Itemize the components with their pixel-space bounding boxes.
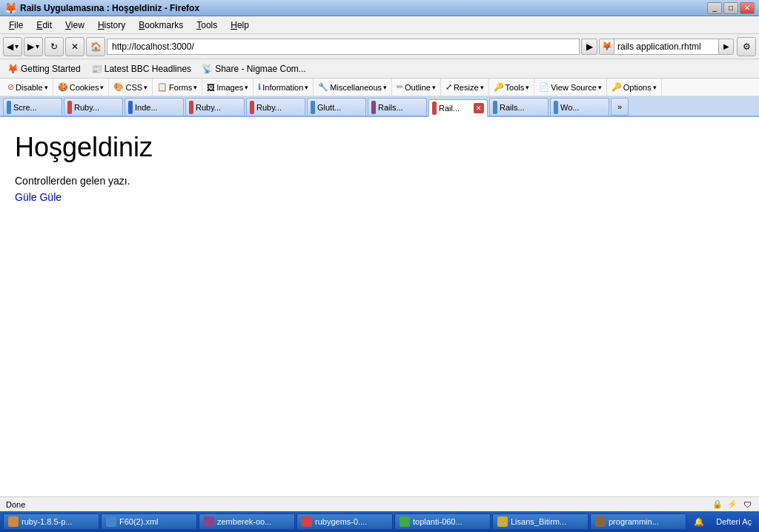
tab-color-strip xyxy=(432,102,437,115)
tab-color-strip xyxy=(128,101,133,114)
taskbar-tray-defteri[interactable]: Defteri Aç xyxy=(712,513,756,530)
wd-options-icon: 🔑 xyxy=(611,82,622,92)
wd-forms[interactable]: 📋 Forms▾ xyxy=(153,79,202,96)
reload-button[interactable]: ↻ xyxy=(44,37,64,56)
back-dropdown-icon: ▾ xyxy=(15,42,19,50)
wd-css[interactable]: 🎨 CSS▾ xyxy=(109,79,153,96)
wd-disable[interactable]: ⊘ Disable▾ xyxy=(3,79,53,96)
wd-resize[interactable]: ⤢ Resize▾ xyxy=(441,79,489,96)
taskbar-item-f60[interactable]: F60(2).xml xyxy=(101,513,197,530)
search-button[interactable]: ▶ xyxy=(718,39,733,55)
nav-bar: ◀ ▾ ▶ ▾ ↻ ✕ 🏠 ▶ 🦊 ▶ ⚙ xyxy=(0,34,759,59)
tab-label: Rails... xyxy=(500,103,545,112)
wd-information-icon: ℹ xyxy=(258,82,261,92)
tab-ruby1[interactable]: Ruby... xyxy=(64,98,123,116)
tab-rails2[interactable]: Rails... xyxy=(489,98,548,116)
taskbar-item-lisans[interactable]: Lisans_Bitirm... xyxy=(492,513,589,530)
wd-images-icon: 🖼 xyxy=(207,83,215,92)
maximize-button[interactable]: □ xyxy=(723,2,738,14)
gear-icon: ⚙ xyxy=(743,41,751,52)
tab-color-strip xyxy=(554,101,558,114)
page-link[interactable]: Güle Güle xyxy=(15,191,62,203)
status-text: Done xyxy=(6,500,25,509)
stop-icon: ✕ xyxy=(71,41,79,52)
wd-cookies[interactable]: 🍪 Cookies▾ xyxy=(53,79,110,96)
bookmarks-bar: 🦊 Getting Started 📰 Latest BBC Headlines… xyxy=(0,59,759,79)
taskbar-item-toplanti[interactable]: toplanti-060... xyxy=(394,513,491,530)
menu-help[interactable]: Help xyxy=(225,19,255,32)
tab-color-strip xyxy=(311,101,315,114)
go-button[interactable]: ▶ xyxy=(581,39,597,55)
taskbar-item-icon xyxy=(106,516,116,527)
taskbar-item-label: zemberek-oo... xyxy=(217,517,271,526)
tab-wo[interactable]: Wo... xyxy=(550,98,609,116)
forward-button[interactable]: ▶ ▾ xyxy=(24,37,43,56)
bookmark-bbc[interactable]: 📰 Latest BBC Headlines xyxy=(87,62,196,76)
wd-outline[interactable]: ✏ Outline▾ xyxy=(392,79,441,96)
tab-rail-active[interactable]: Rail... ✕ xyxy=(428,99,488,117)
bookmark-getting-started[interactable]: 🦊 Getting Started xyxy=(3,62,85,76)
menu-file[interactable]: File xyxy=(3,19,29,32)
search-wrap: 🦊 ▶ xyxy=(599,39,734,55)
menu-tools[interactable]: Tools xyxy=(190,19,223,32)
stop-button[interactable]: ✕ xyxy=(65,37,84,56)
settings-button[interactable]: ⚙ xyxy=(737,37,756,56)
address-input[interactable] xyxy=(107,39,580,55)
menu-view[interactable]: View xyxy=(59,19,90,32)
taskbar-item-icon xyxy=(400,516,410,527)
wd-options[interactable]: 🔑 Options▾ xyxy=(607,79,662,96)
tab-rails1[interactable]: Rails... xyxy=(368,98,427,116)
taskbar-item-ruby[interactable]: ruby-1.8.5-p... xyxy=(3,513,99,530)
tab-color-strip xyxy=(189,101,193,114)
menu-bar: File Edit View History Bookmarks Tools H… xyxy=(0,16,759,34)
wd-miscellaneous[interactable]: 🔧 Miscellaneous▾ xyxy=(314,79,392,96)
wd-view-source[interactable]: 📄 View Source▾ xyxy=(534,79,607,96)
minimize-button[interactable]: _ xyxy=(707,2,722,14)
wd-information[interactable]: ℹ Information▾ xyxy=(253,79,314,96)
close-button[interactable]: ✕ xyxy=(740,2,755,14)
browser-window: 🦊 Rails Uygulamasına : Hoşgeldiniz - Fir… xyxy=(0,0,759,532)
taskbar-item-label: F60(2).xml xyxy=(119,517,159,526)
wd-images[interactable]: 🖼 Images▾ xyxy=(202,79,253,96)
tab-label: Rail... xyxy=(439,104,471,113)
menu-history[interactable]: History xyxy=(92,19,131,32)
taskbar-item-label: ruby-1.8.5-p... xyxy=(21,517,72,526)
tab-color-strip xyxy=(371,101,376,114)
search-engine-icon[interactable]: 🦊 xyxy=(600,39,614,55)
wd-resize-icon: ⤢ xyxy=(445,82,452,92)
taskbar-tray-notify[interactable]: 🔔 xyxy=(689,513,709,530)
taskbar-item-rubygems[interactable]: rubygems-0.... xyxy=(296,513,393,530)
taskbar-item-programmin[interactable]: programmin... xyxy=(590,513,686,530)
taskbar-item-icon xyxy=(497,516,508,527)
status-icon-shield: 🛡 xyxy=(741,499,753,511)
bookmark-share[interactable]: 📡 Share - Nigmae Com... xyxy=(197,62,311,76)
title-bar-text: Rails Uygulamasına : Hoşgeldiniz - Firef… xyxy=(20,3,199,13)
page-subtext: Controllerden gelen yazı. xyxy=(15,175,744,187)
tab-scre[interactable]: Scre... xyxy=(3,98,62,116)
tab-close-button[interactable]: ✕ xyxy=(474,103,484,113)
tab-label: Ruby... xyxy=(196,103,241,112)
search-input[interactable] xyxy=(614,39,718,55)
wd-viewsource-icon: 📄 xyxy=(539,82,549,92)
tab-ruby3[interactable]: Ruby... xyxy=(246,98,305,116)
bookmark-icon-share: 📡 xyxy=(202,64,213,74)
tabs-more-button[interactable]: » xyxy=(611,98,629,116)
reload-icon: ↻ xyxy=(50,41,58,52)
home-icon: 🏠 xyxy=(90,41,102,52)
tab-glutt[interactable]: Glutt... xyxy=(307,98,366,116)
wd-misc-icon: 🔧 xyxy=(318,82,328,92)
tab-ruby2[interactable]: Ruby... xyxy=(185,98,245,116)
page-heading: Hoşgeldiniz xyxy=(15,132,744,163)
taskbar-item-icon xyxy=(302,516,312,527)
back-button[interactable]: ◀ ▾ xyxy=(3,37,22,56)
tab-inde[interactable]: Inde... xyxy=(125,98,184,116)
menu-edit[interactable]: Edit xyxy=(30,19,58,32)
title-bar-left: 🦊 Rails Uygulamasına : Hoşgeldiniz - Fir… xyxy=(4,2,199,14)
bookmark-icon-bbc: 📰 xyxy=(91,64,102,74)
home-button[interactable]: 🏠 xyxy=(86,37,105,56)
tab-label: Ruby... xyxy=(74,103,119,112)
forward-icon: ▶ xyxy=(27,41,34,52)
menu-bookmarks[interactable]: Bookmarks xyxy=(133,19,189,32)
wd-tools[interactable]: 🔑 Tools▾ xyxy=(489,79,535,96)
taskbar-item-zemberek[interactable]: zemberek-oo... xyxy=(199,513,295,530)
